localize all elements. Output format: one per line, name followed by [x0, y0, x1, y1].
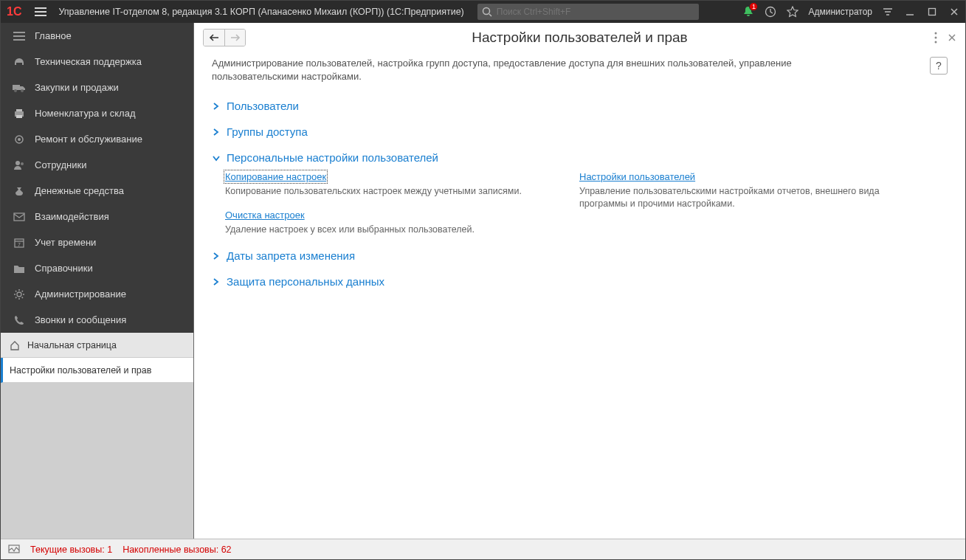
sidebar-item-reference[interactable]: Справочники: [1, 255, 193, 281]
sidebar-item-interactions[interactable]: Взаимодействия: [1, 204, 193, 229]
star-icon: [787, 6, 798, 18]
sidebar-item-employees[interactable]: Сотрудники: [1, 152, 193, 178]
sidebar-item-purchases[interactable]: Закупки и продажи: [1, 75, 193, 100]
panel-settings-button[interactable]: [877, 1, 899, 23]
nav-buttons: [203, 29, 246, 46]
sidebar-item-admin[interactable]: Администрирование: [1, 281, 193, 307]
clear-settings-description: Удаление настроек у всех или выбранных п…: [225, 224, 550, 236]
close-icon: [950, 7, 959, 16]
svg-point-6: [14, 89, 17, 92]
users-icon: [13, 159, 26, 171]
lines-icon: [883, 7, 893, 17]
section-dates[interactable]: Даты запрета изменения: [212, 245, 948, 266]
link-copy-settings[interactable]: Копирование настроек: [225, 171, 326, 182]
headset-icon: [13, 56, 26, 68]
notifications-button[interactable]: 1: [737, 1, 759, 23]
link-clear-settings[interactable]: Очистка настроек: [225, 210, 305, 221]
close-panel-button[interactable]: [948, 33, 956, 42]
sidebar-item-repair[interactable]: Ремонт и обслуживание: [1, 126, 193, 152]
section-label: Даты запрета изменения: [227, 249, 355, 262]
notification-badge: 1: [749, 2, 758, 11]
open-tabs: Начальная страница Настройки пользовател…: [1, 333, 193, 383]
section-label: Защита персональных данных: [227, 275, 384, 288]
section-personal[interactable]: Персональные настройки пользователей: [212, 147, 948, 168]
close-icon: [948, 33, 956, 42]
history-button[interactable]: [759, 1, 782, 23]
svg-point-21: [935, 36, 937, 38]
help-button[interactable]: ?: [930, 57, 948, 75]
main-menu-button[interactable]: [27, 7, 54, 16]
section-label: Группы доступа: [227, 125, 308, 138]
app-logo-icon: 1C: [1, 5, 27, 18]
svg-rect-15: [14, 213, 24, 221]
tab-label: Настройки пользователей и прав: [10, 365, 151, 376]
current-calls-label: Текущие вызовы: 1: [30, 545, 112, 555]
clock-icon: [765, 6, 776, 18]
money-bag-icon: [13, 185, 26, 197]
sidebar-item-label: Ремонт и обслуживание: [35, 134, 142, 145]
sidebar-item-label: Главное: [35, 30, 72, 41]
nav-forward-button[interactable]: [224, 30, 245, 46]
window-minimize-button[interactable]: [899, 1, 921, 23]
user-settings-description: Управление пользовательскими настройками…: [579, 185, 904, 210]
nav-back-button[interactable]: [204, 30, 224, 46]
content-area: Настройки пользователей и прав ? Админис…: [194, 23, 965, 539]
gear-icon: [13, 288, 26, 300]
sidebar-item-label: Администрирование: [35, 288, 126, 300]
sidebar-item-label: Справочники: [35, 263, 93, 274]
section-label: Персональные настройки пользователей: [227, 151, 438, 164]
window-close-button[interactable]: [943, 1, 965, 23]
status-bar: Текущие вызовы: 1 Накопленные вызовы: 62: [1, 539, 965, 559]
chevron-right-icon: [212, 102, 222, 111]
envelope-icon: [13, 212, 26, 222]
sidebar-item-label: Номенклатура и склад: [35, 108, 135, 119]
section-users[interactable]: Пользователи: [212, 95, 948, 117]
chevron-right-icon: [212, 277, 222, 286]
svg-rect-4: [929, 9, 936, 15]
performance-icon[interactable]: [8, 545, 20, 555]
phone-icon: [13, 314, 26, 326]
window-maximize-button[interactable]: [921, 1, 943, 23]
sidebar-item-calls[interactable]: Звонки и сообщения: [1, 307, 193, 333]
section-protection[interactable]: Защита персональных данных: [212, 271, 948, 292]
copy-settings-description: Копирование пользовательских настроек ме…: [225, 185, 550, 198]
svg-point-19: [17, 292, 21, 297]
favorites-button[interactable]: [782, 1, 804, 23]
arrow-left-icon: [209, 33, 219, 42]
sidebar: Главное Техническая поддержка Закупки и …: [1, 23, 194, 539]
tab-home[interactable]: Начальная страница: [1, 333, 193, 358]
sidebar-item-main[interactable]: Главное: [1, 23, 193, 49]
link-user-settings[interactable]: Настройки пользователей: [579, 171, 695, 182]
accumulated-calls-label: Накопленные вызовы: 62: [123, 545, 231, 555]
sidebar-item-support[interactable]: Техническая поддержка: [1, 49, 193, 75]
wrench-icon: [13, 134, 26, 145]
page-description: Администрирование пользователей, настрой…: [212, 57, 876, 83]
window-title: Управление IT-отделом 8, редакция 3.1 КО…: [54, 7, 463, 17]
svg-point-14: [21, 162, 24, 165]
tab-user-settings[interactable]: Настройки пользователей и прав: [1, 358, 193, 383]
more-menu-button[interactable]: [934, 32, 937, 44]
sidebar-item-label: Взаимодействия: [35, 211, 109, 222]
sidebar-item-nomenclature[interactable]: Номенклатура и склад: [1, 100, 193, 126]
global-search[interactable]: [477, 4, 699, 20]
tab-label: Начальная страница: [27, 340, 117, 350]
search-input[interactable]: [497, 7, 694, 17]
search-icon: [482, 7, 492, 17]
chevron-down-icon: [212, 154, 222, 162]
current-user-label[interactable]: Администратор: [804, 7, 877, 17]
arrow-right-icon: [230, 33, 241, 42]
svg-text:7: 7: [18, 241, 21, 246]
titlebar: 1C Управление IT-отделом 8, редакция 3.1…: [1, 1, 965, 23]
svg-point-22: [935, 41, 937, 43]
svg-point-12: [18, 138, 21, 141]
svg-line-1: [489, 14, 491, 16]
svg-point-13: [15, 161, 20, 165]
sidebar-item-label: Звонки и сообщения: [35, 314, 126, 325]
sidebar-item-money[interactable]: Денежные средства: [1, 178, 193, 204]
chevron-right-icon: [212, 128, 222, 136]
calendar-icon: 7: [13, 237, 26, 249]
content-toolbar: Настройки пользователей и прав: [194, 23, 965, 52]
section-access-groups[interactable]: Группы доступа: [212, 121, 948, 142]
lines-icon: [13, 31, 26, 41]
sidebar-item-time[interactable]: 7 Учет времени: [1, 229, 193, 255]
